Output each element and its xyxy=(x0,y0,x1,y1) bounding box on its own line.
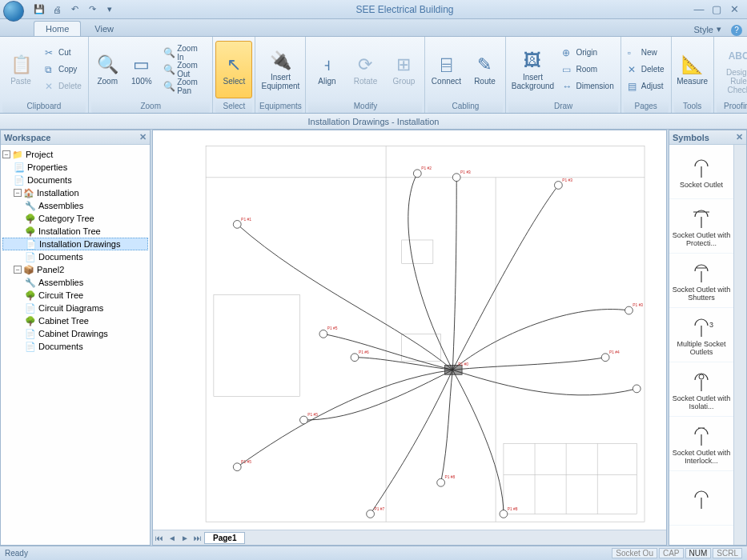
svg-text:P1 #5: P1 #5 xyxy=(327,327,338,331)
tree-category-tree[interactable]: 🌳Category Tree xyxy=(2,212,148,225)
scissors-icon: ✂ xyxy=(45,47,56,58)
tree-properties[interactable]: 📃Properties xyxy=(2,161,148,174)
tab-home[interactable]: Home xyxy=(34,21,81,36)
svg-point-42 xyxy=(699,374,704,379)
tree-icon: 🌳 xyxy=(25,290,36,301)
collapse-icon[interactable]: − xyxy=(14,189,22,197)
room-button[interactable]: ▭Room xyxy=(558,62,617,78)
rotate-icon: ⟳ xyxy=(358,53,372,77)
zoom-pan-button[interactable]: 🔍Zoom Pan xyxy=(159,78,210,94)
svg-text:P1 #3: P1 #3 xyxy=(460,170,471,174)
svg-text:P1 #7: P1 #7 xyxy=(374,507,384,511)
collapse-icon[interactable]: − xyxy=(14,266,22,274)
symbol-socket-outlet-isolation[interactable]: Socket Outlet with Isolati... xyxy=(669,362,733,417)
zoom-pan-icon: 🔍 xyxy=(163,81,175,92)
minimize-button[interactable]: — xyxy=(693,3,705,15)
symbols-close-icon[interactable]: ✕ xyxy=(736,132,743,142)
collapse-icon[interactable]: − xyxy=(2,150,10,158)
design-rule-check-button[interactable]: ABCDesign Rule Check xyxy=(717,41,747,98)
cursor-icon: ↖ xyxy=(227,53,241,77)
tree-cabinet-drawings[interactable]: 📄Cabinet Drawings xyxy=(2,327,148,340)
symbol-socket-outlet[interactable]: Socket Outlet xyxy=(669,145,733,199)
select-button[interactable]: ↖Select xyxy=(215,41,252,98)
adjust-page-button[interactable]: ▤Adjust xyxy=(624,78,669,94)
ribbon-group-modify: ⫞Align ⟳Rotate ⊞Group Modify xyxy=(306,37,425,113)
assemblies-icon: 🔧 xyxy=(25,201,36,211)
tree-installation-drawings[interactable]: 📄Installation Drawings xyxy=(2,238,148,250)
insert-background-button[interactable]: 🖼Insert Background xyxy=(508,41,556,98)
project-tree[interactable]: −📁Project 📃Properties 📄Documents −🏠Insta… xyxy=(1,145,150,545)
zoom-in-button[interactable]: 🔍Zoom In xyxy=(159,45,210,61)
tab-view[interactable]: View xyxy=(82,21,126,36)
zoom-button[interactable]: 🔍Zoom xyxy=(91,41,124,98)
connect-button[interactable]: ⌸Connect xyxy=(428,41,464,98)
redo-icon[interactable]: ↷ xyxy=(85,2,99,17)
documents-icon: 📄 xyxy=(14,175,25,186)
rotate-button[interactable]: ⟳Rotate xyxy=(347,41,384,98)
tree-documents[interactable]: 📄Documents xyxy=(2,174,148,186)
group-button[interactable]: ⊞Group xyxy=(385,41,422,98)
symbol-socket-outlet-protection[interactable]: Socket Outlet with Protecti... xyxy=(669,199,733,254)
tree-installation-tree[interactable]: 🌳Installation Tree xyxy=(2,225,148,238)
style-dropdown[interactable]: Style▾ xyxy=(689,22,726,36)
tree-assemblies[interactable]: 🔧Assemblies xyxy=(2,199,148,212)
zoom-100-button[interactable]: ▭100% xyxy=(126,41,159,98)
svg-point-22 xyxy=(300,416,308,424)
svg-rect-5 xyxy=(402,240,433,263)
room-icon: ▭ xyxy=(562,64,573,75)
symbol-socket-outlet-shutters[interactable]: Socket Outlet with Shutters xyxy=(669,254,733,308)
delete-button[interactable]: ✕Delete xyxy=(41,78,86,94)
save-icon[interactable]: 💾 xyxy=(32,2,46,17)
svg-point-15 xyxy=(413,170,421,178)
tree-project[interactable]: −📁Project xyxy=(2,148,148,161)
diagram-icon: 📄 xyxy=(25,303,36,314)
insert-equipment-button[interactable]: 🔌Insert Equipment xyxy=(258,41,303,98)
tree-panel-assemblies[interactable]: 🔧Assemblies xyxy=(2,276,148,289)
connect-icon: ⌸ xyxy=(441,53,452,77)
ribbon-group-select: ↖Select Select xyxy=(213,37,255,113)
origin-button[interactable]: ⊕Origin xyxy=(558,45,617,61)
drawing-canvas[interactable]: P1 #1P1 #2 P1 #3P1 #3 P1 #4P1 #5 P1 #7P1… xyxy=(153,130,666,530)
close-button[interactable]: ✕ xyxy=(728,3,741,15)
tree-panel-documents[interactable]: 📄Documents xyxy=(2,340,148,353)
copy-button[interactable]: ⧉Copy xyxy=(41,62,86,78)
tree-documents-2[interactable]: 📄Documents xyxy=(2,250,148,263)
measure-button[interactable]: 📐Measure xyxy=(674,41,711,98)
tree-circuit-tree[interactable]: 🌳Circuit Tree xyxy=(2,289,148,302)
page-last-button[interactable]: ⏭ xyxy=(191,534,204,542)
workspace-close-icon[interactable]: ✕ xyxy=(139,132,147,142)
qat-dropdown-icon[interactable]: ▾ xyxy=(102,2,117,17)
page-first-button[interactable]: ⏮ xyxy=(153,534,166,542)
workspace-header: Workspace ✕ xyxy=(1,130,150,145)
delete-page-button[interactable]: ✕Delete xyxy=(624,62,669,78)
symbol-socket-outlet-interlock[interactable]: Socket Outlet with Interlock... xyxy=(669,417,733,471)
symbol-next[interactable] xyxy=(669,471,733,526)
symbols-list[interactable]: Socket Outlet Socket Outlet with Protect… xyxy=(669,145,733,545)
undo-icon[interactable]: ↶ xyxy=(67,2,82,17)
page-tab-1[interactable]: Page1 xyxy=(204,532,245,544)
tree-cabinet-tree[interactable]: 🌳Cabinet Tree xyxy=(2,314,148,327)
new-page-button[interactable]: ▫New xyxy=(624,45,669,61)
dimension-button[interactable]: ↔Dimension xyxy=(558,78,617,94)
status-num: NUM xyxy=(685,548,712,558)
tree-panel2[interactable]: −📦Panel2 xyxy=(2,263,148,276)
equipment-icon: 🔌 xyxy=(270,49,291,73)
ribbon-group-draw: 🖼Insert Background ⊕Origin ▭Room ↔Dimens… xyxy=(506,37,620,113)
page-next-button[interactable]: ► xyxy=(179,534,191,542)
print-icon[interactable]: 🖨 xyxy=(50,2,64,17)
route-button[interactable]: ✎Route xyxy=(466,41,503,98)
symbols-scrollbar[interactable] xyxy=(733,145,746,545)
tree-circuit-diagrams[interactable]: 📄Circuit Diagrams xyxy=(2,302,148,314)
paste-button[interactable]: 📋Paste xyxy=(2,41,39,98)
ribbon-group-zoom: 🔍Zoom ▭100% 🔍Zoom In 🔍Zoom Out 🔍Zoom Pan… xyxy=(89,37,214,113)
help-icon[interactable]: ? xyxy=(731,25,742,36)
zoom-out-button[interactable]: 🔍Zoom Out xyxy=(159,62,210,78)
maximize-button[interactable]: ▢ xyxy=(710,3,723,15)
svg-text:P1 #2: P1 #2 xyxy=(421,166,432,170)
symbol-multiple-socket-outlets[interactable]: 3 Multiple Socket Outlets xyxy=(669,308,733,362)
tree-installation[interactable]: −🏠Installation xyxy=(2,186,148,199)
app-menu-orb[interactable] xyxy=(3,1,24,22)
page-prev-button[interactable]: ◄ xyxy=(166,534,179,542)
cut-button[interactable]: ✂Cut xyxy=(41,45,86,61)
align-button[interactable]: ⫞Align xyxy=(308,41,345,98)
